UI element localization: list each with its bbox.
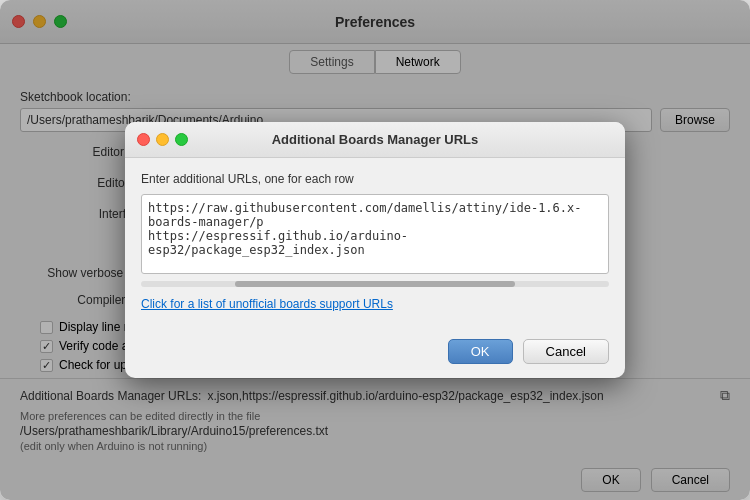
dialog-footer: OK Cancel — [125, 339, 625, 378]
unofficial-boards-link[interactable]: Click for a list of unofficial boards su… — [141, 297, 609, 311]
preferences-window: Preferences Settings Network Sketchbook … — [0, 0, 750, 500]
dialog-scrollbar[interactable] — [141, 281, 609, 287]
dialog-minimize-button[interactable] — [156, 133, 169, 146]
dialog-maximize-button[interactable] — [175, 133, 188, 146]
dialog-cancel-button[interactable]: Cancel — [523, 339, 609, 364]
dialog-close-button[interactable] — [137, 133, 150, 146]
dialog-body: Enter additional URLs, one for each row … — [125, 158, 625, 339]
dialog-scrollbar-thumb — [235, 281, 516, 287]
dialog-titlebar: Additional Boards Manager URLs — [125, 122, 625, 158]
dialog-traffic-lights — [137, 133, 188, 146]
dialog-title: Additional Boards Manager URLs — [272, 132, 479, 147]
additional-urls-dialog: Additional Boards Manager URLs Enter add… — [125, 122, 625, 378]
overlay: Additional Boards Manager URLs Enter add… — [0, 0, 750, 500]
dialog-ok-button[interactable]: OK — [448, 339, 513, 364]
dialog-urls-textarea[interactable]: https://raw.githubusercontent.com/damell… — [141, 194, 609, 274]
dialog-subtitle: Enter additional URLs, one for each row — [141, 172, 609, 186]
